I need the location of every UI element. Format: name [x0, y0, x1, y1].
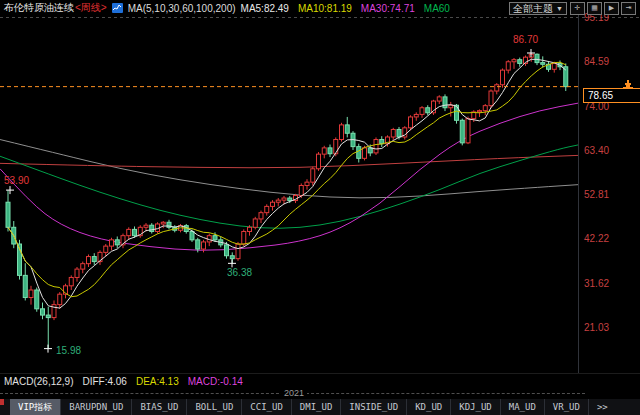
- price-annotation: 15.98: [56, 345, 81, 356]
- indicator-tab-kdj_ud[interactable]: KDJ_UD: [451, 399, 501, 415]
- candle: [69, 277, 73, 285]
- candle: [397, 129, 401, 137]
- candle: [253, 219, 257, 227]
- candle: [466, 119, 470, 143]
- chevron-down-icon: ▼: [556, 3, 563, 14]
- candle: [259, 213, 263, 219]
- candle: [420, 108, 424, 115]
- candle: [271, 202, 275, 206]
- theme-dropdown[interactable]: 全部主题 ▼: [509, 2, 567, 15]
- candle: [478, 111, 482, 112]
- macd-dea-value: DEA:4.13: [136, 376, 179, 387]
- chart-header: 布伦特原油连续 <周线> MA(5,10,30,60,100,200) MA5:…: [0, 0, 640, 15]
- kline-icon[interactable]: [112, 3, 123, 13]
- toolbar-more-button[interactable]: >>: [589, 399, 616, 415]
- candle: [92, 257, 96, 262]
- candle: [81, 264, 85, 269]
- candle: [225, 245, 229, 256]
- symbol-name: 布伦特原油连续: [4, 1, 74, 15]
- candle: [115, 240, 119, 245]
- candle: [110, 240, 114, 246]
- candle: [357, 147, 361, 159]
- price-marker-icon[interactable]: [622, 77, 634, 88]
- macd-diff-value: DIFF:4.06: [82, 376, 126, 387]
- candle: [265, 206, 269, 212]
- candle: [328, 148, 332, 154]
- candle: [282, 198, 286, 200]
- candle: [248, 227, 252, 231]
- candle: [190, 231, 194, 239]
- candle: [368, 148, 372, 153]
- overlay-line-ma5: [8, 59, 566, 308]
- candle: [288, 198, 292, 201]
- candle: [242, 231, 246, 244]
- time-axis-year-label: 2021: [281, 388, 307, 398]
- price-annotation: 86.70: [513, 34, 538, 45]
- candle: [133, 229, 137, 235]
- ma-value-legend: MA5:82.49MA10:81.19MA30:74.71MA60: [241, 3, 450, 14]
- candle: [363, 148, 367, 158]
- candle: [213, 236, 217, 240]
- candle: [299, 186, 303, 196]
- candle: [535, 54, 539, 62]
- candle: [87, 257, 91, 264]
- candle: [311, 169, 315, 182]
- overlay-line-ma100: [0, 140, 578, 198]
- candle: [127, 229, 131, 235]
- trading-app-window: 布伦特原油连续 <周线> MA(5,10,30,60,100,200) MA5:…: [0, 0, 640, 415]
- candle: [305, 182, 309, 185]
- toolbar-marker: [0, 399, 4, 405]
- candle: [161, 222, 165, 224]
- candle: [489, 91, 493, 106]
- candle: [501, 70, 505, 85]
- header-controls: 全部主题 ▼ ✛▦▶⇥: [509, 2, 636, 15]
- play-icon[interactable]: ▶: [604, 2, 619, 15]
- indicator-tab-bias_ud[interactable]: BIAS_UD: [132, 399, 187, 415]
- candle: [460, 120, 464, 143]
- next-page-icon[interactable]: ⇥: [621, 2, 636, 15]
- candle: [23, 275, 27, 297]
- candle: [58, 294, 62, 304]
- indicator-tab-barupdn_ud[interactable]: BARUPDN_UD: [61, 399, 132, 415]
- candle: [340, 125, 344, 140]
- candle: [512, 60, 516, 62]
- candle: [322, 148, 326, 154]
- indicator-tab-cci_ud[interactable]: CCI_UD: [242, 399, 292, 415]
- theme-dropdown-label: 全部主题: [513, 3, 553, 14]
- indicator-tab-boll_ud[interactable]: BOLL_UD: [187, 399, 242, 415]
- candle: [46, 315, 50, 318]
- header-icon-buttons: ✛▦▶⇥: [570, 2, 636, 15]
- macd-label: MACD(26,12,9): [4, 376, 73, 387]
- crosshair-icon[interactable]: ✛: [570, 2, 585, 15]
- y-axis-tick: 52.81: [584, 189, 609, 200]
- period-label: <周线>: [75, 1, 107, 15]
- candle: [144, 225, 148, 227]
- candle: [518, 60, 522, 64]
- candle: [41, 309, 45, 315]
- candle: [230, 256, 234, 259]
- indicator-tab-dmi_ud[interactable]: DMI_UD: [292, 399, 342, 415]
- candle: [409, 117, 413, 128]
- candle: [104, 246, 108, 252]
- indicator-tab-inside_ud[interactable]: INSIDE_UD: [341, 399, 407, 415]
- candlestick-chart[interactable]: 53.9015.9836.3886.70: [0, 0, 640, 373]
- macd-indicator-row[interactable]: MACD(26,12,9) DIFF:4.06 DEA:4.13 MACD:-0…: [0, 373, 640, 388]
- indicator-tab-ma_ud[interactable]: MA_UD: [501, 399, 545, 415]
- y-axis-tick: 21.03: [584, 322, 609, 333]
- indicator-tab-vip-[interactable]: VIP指标: [10, 399, 61, 415]
- ma-legend-item: MA60: [424, 3, 450, 14]
- y-axis-tick: 84.59: [584, 56, 609, 67]
- indicator-tab-vr_ud[interactable]: VR_UD: [545, 399, 589, 415]
- candle: [437, 97, 441, 101]
- macd-macd-value: MACD:-0.14: [188, 376, 243, 387]
- candle: [552, 63, 556, 69]
- candle: [29, 290, 33, 298]
- overlay-line-ma10: [8, 62, 566, 296]
- indicator-tab-kd_ud[interactable]: KD_UD: [407, 399, 451, 415]
- candle: [506, 62, 510, 70]
- price-annotation: 36.38: [227, 267, 252, 278]
- ma-parameters-label: MA(5,10,30,60,100,200): [128, 3, 236, 14]
- ma-legend-item: MA5:82.49: [241, 3, 289, 14]
- candle: [391, 129, 395, 137]
- panels-icon[interactable]: ▦: [587, 2, 602, 15]
